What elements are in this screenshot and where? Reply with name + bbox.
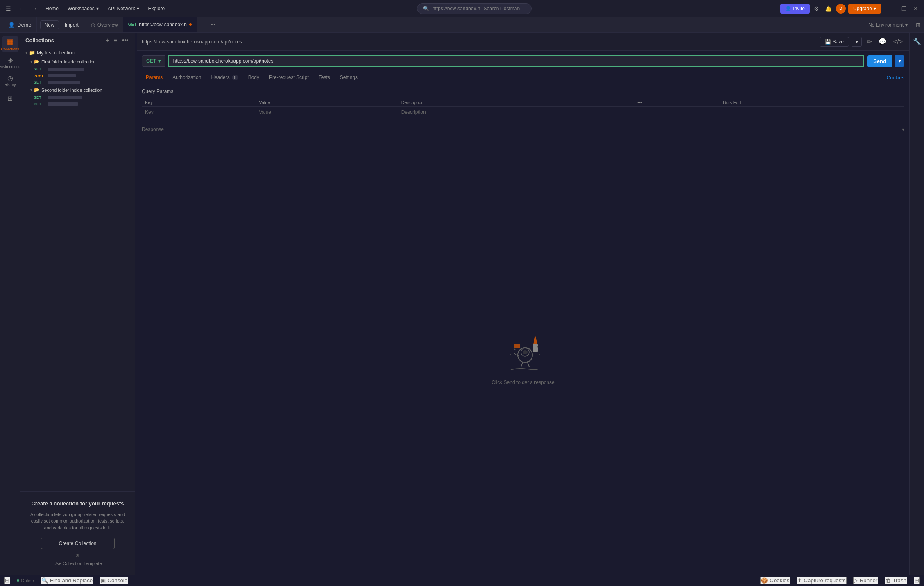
main-layout: ▦ Collections ◈ Environments ◷ History ⊞… xyxy=(0,33,924,575)
request-item[interactable]: POST xyxy=(20,72,135,79)
empty-param-row: Key Value Description xyxy=(142,107,904,118)
tab-headers[interactable]: Headers 6 xyxy=(207,71,242,84)
folder2-expand-icon: ▾ xyxy=(30,88,32,92)
avatar: D xyxy=(836,4,846,14)
maximize-button[interactable]: ❐ xyxy=(899,5,909,13)
add-collection-button[interactable]: + xyxy=(104,36,111,44)
tab-prerequest[interactable]: Pre-request Script xyxy=(265,71,313,84)
comment-button[interactable]: 💬 xyxy=(877,36,888,47)
new-button[interactable]: New xyxy=(40,20,59,29)
use-template-link[interactable]: Use Collection Template xyxy=(53,561,102,566)
folder2-item[interactable]: ▾ 📂 Second folder inside collection xyxy=(20,86,135,94)
collection-star-button[interactable]: ☆ xyxy=(117,50,123,56)
user-section: 👤 Demo xyxy=(3,17,37,32)
grid-view-button[interactable]: ⊞ xyxy=(913,22,924,28)
explore-nav-item[interactable]: Explore xyxy=(145,4,168,13)
env-selector[interactable]: No Environment ▾ xyxy=(863,22,913,28)
create-collection-button[interactable]: Create Collection xyxy=(41,538,115,549)
sidebar-header-actions: + ≡ ••• xyxy=(104,36,130,44)
url-input[interactable] xyxy=(168,55,865,67)
layout-button[interactable]: ⊟ xyxy=(4,577,10,584)
find-replace-button[interactable]: 🔍 Find and Replace xyxy=(41,577,93,584)
runner-button[interactable]: ▷ Runner xyxy=(853,577,879,584)
send-dropdown-button[interactable]: ▾ xyxy=(895,55,904,67)
back-button[interactable]: ← xyxy=(16,4,27,14)
tab-params[interactable]: Params xyxy=(142,71,167,84)
collection-more-button[interactable]: ••• xyxy=(124,50,131,56)
request-tab[interactable]: GET https://bcw-sandbox.h xyxy=(123,17,197,32)
trash-button[interactable]: 🗑 Trash xyxy=(885,577,907,584)
search-icon: 🔍 xyxy=(423,6,429,11)
console-button[interactable]: ▣ Console xyxy=(100,577,128,584)
sidebar-item-environments[interactable]: ◈ Environments xyxy=(2,54,18,70)
code-button[interactable]: </> xyxy=(892,36,904,47)
workspaces-nav-item[interactable]: Workspaces ▾ xyxy=(64,4,102,13)
response-empty-state: Click Send to get a response xyxy=(137,136,909,575)
create-collection-section: Create a collection for your requests A … xyxy=(20,491,135,575)
import-button[interactable]: Import xyxy=(61,21,83,29)
sidebar-panel-header: Collections + ≡ ••• xyxy=(20,33,135,48)
cookies-status-button[interactable]: 🍪 Cookies xyxy=(760,577,790,584)
tab-authorization[interactable]: Authorization xyxy=(168,71,205,84)
tab-tests[interactable]: Tests xyxy=(315,71,334,84)
right-sidebar: 🔧 xyxy=(909,33,924,575)
folder1-item[interactable]: ▾ 📂 First folder inside collection xyxy=(20,57,135,66)
empty-value-cell[interactable]: Value xyxy=(256,107,398,118)
add-tab-button[interactable]: + xyxy=(197,21,207,29)
right-sidebar-icon-1[interactable]: 🔧 xyxy=(911,36,923,47)
collections-more-button[interactable]: ••• xyxy=(120,36,130,44)
upgrade-button[interactable]: Upgrade ▾ xyxy=(848,4,881,14)
create-collection-title: Create a collection for your requests xyxy=(27,500,128,507)
api-network-nav-item[interactable]: API Network ▾ xyxy=(104,4,143,13)
url-bar-actions: 💾 Save ▾ ✏ 💬 </> xyxy=(820,36,905,47)
request-item[interactable]: GET xyxy=(20,66,135,72)
filter-collections-button[interactable]: ≡ xyxy=(112,36,119,44)
settings-button[interactable]: ⚙ xyxy=(812,4,821,14)
tab-settings[interactable]: Settings xyxy=(336,71,362,84)
minimize-button[interactable]: — xyxy=(887,5,897,13)
cookies-link[interactable]: Cookies xyxy=(887,75,904,81)
request-item[interactable]: GET xyxy=(20,79,135,86)
notifications-button[interactable]: 🔔 xyxy=(823,4,833,14)
svg-point-3 xyxy=(523,350,528,354)
sidebar-item-mock[interactable]: ⊞ xyxy=(2,90,18,106)
request-item[interactable]: GET xyxy=(20,101,135,107)
overview-tab[interactable]: ◷ Overview xyxy=(86,17,123,32)
sidebar-panel-title: Collections xyxy=(25,37,54,43)
value-column-header: Value xyxy=(256,98,398,107)
collection-item[interactable]: ▾ 📁 My first collection ☆ ••• xyxy=(20,48,135,57)
sidebar-item-collections[interactable]: ▦ Collections xyxy=(2,36,18,52)
edit-button[interactable]: ✏ xyxy=(865,36,874,47)
grid-status-button[interactable]: ⊞ xyxy=(914,577,920,584)
send-button[interactable]: Send xyxy=(867,55,892,67)
tab-body[interactable]: Body xyxy=(244,71,263,84)
bulk-edit-header[interactable]: Bulk Edit xyxy=(720,98,904,107)
grid-status-icon: ⊞ xyxy=(915,577,919,584)
capture-requests-button[interactable]: ⬆ Capture requests xyxy=(797,577,846,584)
sidebar-item-history[interactable]: ◷ History xyxy=(2,72,18,88)
history-icon: ◷ xyxy=(7,74,13,82)
url-bar: https://bcw-sandbox.herokuapp.com/api/no… xyxy=(137,33,909,51)
response-section[interactable]: Response ▾ xyxy=(137,122,909,136)
url-path-label: https://bcw-sandbox.herokuapp.com/api/no… xyxy=(142,39,242,45)
window-controls: — ❐ ✕ xyxy=(887,5,921,13)
request-label-bar xyxy=(48,96,82,99)
tabs-more-button[interactable]: ••• xyxy=(207,22,219,28)
headers-badge: 6 xyxy=(232,75,238,80)
response-hint: Click Send to get a response xyxy=(491,380,554,385)
folder2-icon: 📂 xyxy=(34,87,40,93)
request-input-row: GET ▾ Send ▾ xyxy=(137,51,909,71)
hamburger-button[interactable]: ☰ xyxy=(3,4,14,14)
close-button[interactable]: ✕ xyxy=(911,5,921,13)
save-button[interactable]: 💾 Save xyxy=(820,37,849,47)
empty-desc-cell[interactable]: Description xyxy=(398,107,634,118)
save-dropdown-button[interactable]: ▾ xyxy=(852,37,862,47)
invite-button[interactable]: 👤 Invite xyxy=(780,4,810,14)
search-bar[interactable]: 🔍 https://bcw-sandbox.h Search Postman xyxy=(417,3,532,14)
search-placeholder: Search Postman xyxy=(483,6,520,11)
empty-key-cell[interactable]: Key xyxy=(142,107,256,118)
method-selector[interactable]: GET ▾ xyxy=(142,55,165,67)
request-item[interactable]: GET xyxy=(20,94,135,101)
home-nav-item[interactable]: Home xyxy=(42,4,62,13)
forward-button[interactable]: → xyxy=(29,4,40,14)
